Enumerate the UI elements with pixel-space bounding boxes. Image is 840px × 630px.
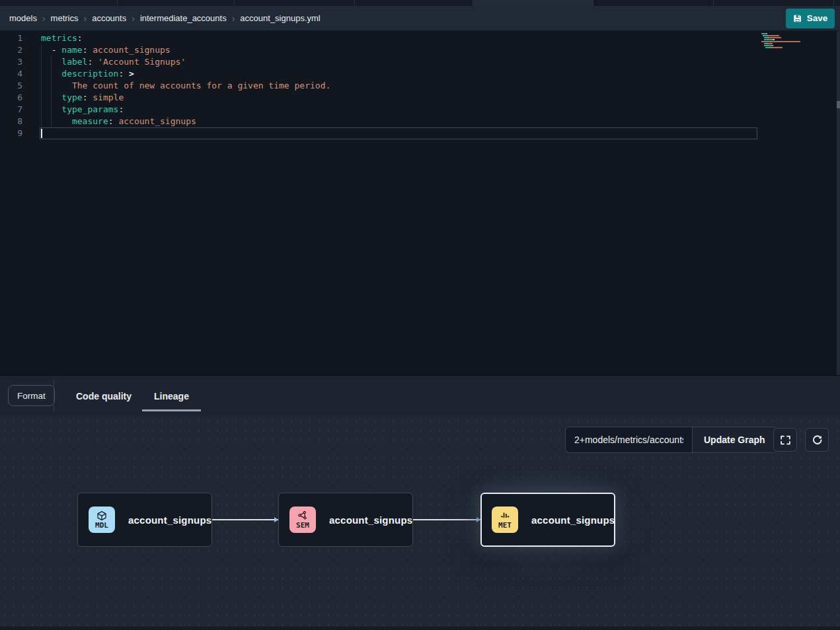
save-label: Save [807, 13, 828, 23]
badge-label: SEM [296, 522, 309, 529]
node-type-badge: SEM [289, 507, 316, 533]
lineage-node-met[interactable]: METaccount_signups [480, 493, 615, 547]
lineage-edge [212, 519, 278, 520]
minimap[interactable] [761, 33, 834, 51]
cube-icon [96, 510, 107, 521]
lineage-node-mdl[interactable]: MDLaccount_signups [77, 493, 212, 547]
breadcrumb-item[interactable]: accounts [92, 13, 126, 23]
fullscreen-button[interactable] [773, 428, 797, 452]
breadcrumb: models›metrics›accounts›intermediate_acc… [9, 13, 321, 23]
line-number: 3 [0, 56, 31, 68]
refresh-icon [812, 435, 823, 446]
semantic-graph-icon [297, 510, 308, 521]
fullscreen-icon [780, 435, 791, 446]
breadcrumb-bar: models›metrics›accounts›intermediate_acc… [0, 6, 840, 31]
tab-lineage[interactable]: Lineage [154, 376, 189, 417]
breadcrumb-item[interactable]: intermediate_accounts [140, 13, 227, 23]
divider [54, 380, 54, 412]
lineage-node-sem[interactable]: SEMaccount_signups [278, 493, 413, 547]
app-window: models›metrics›accounts›intermediate_acc… [0, 0, 840, 630]
update-graph-button[interactable]: Update Graph [692, 427, 777, 453]
line-number: 7 [0, 104, 31, 116]
chevron-right-icon: › [83, 14, 87, 23]
code-line: 2 - name: account_signups [0, 44, 330, 56]
line-number: 4 [0, 68, 31, 80]
badge-label: MET [498, 522, 512, 529]
panel-tab-bar: Format Code qualityLineage [0, 376, 840, 417]
scrollbar-thumb[interactable] [837, 101, 840, 108]
line-number: 9 [0, 127, 31, 139]
chevron-right-icon: › [232, 14, 235, 23]
node-label: account_signups [128, 514, 211, 526]
badge-label: MDL [95, 522, 108, 529]
line-number: 5 [0, 80, 31, 92]
editor-tab[interactable] [593, 0, 714, 6]
editor-tab[interactable] [0, 0, 118, 6]
code-editor[interactable]: 1metrics:2 - name: account_signups3 labe… [0, 31, 840, 375]
line-number: 8 [0, 116, 31, 127]
lineage-toolbar: Update Graph [565, 427, 777, 453]
editor-tab[interactable] [834, 0, 840, 6]
tab-code-quality[interactable]: Code quality [76, 376, 132, 417]
code-lines: 1metrics:2 - name: account_signups3 labe… [0, 32, 330, 139]
save-icon [793, 14, 802, 23]
scrollbar-track[interactable] [837, 31, 840, 375]
refresh-button[interactable] [805, 428, 829, 452]
panel-tabs: Code qualityLineage [76, 376, 189, 417]
save-button[interactable]: Save [786, 9, 835, 28]
indent-guide [51, 56, 52, 127]
line-number: 1 [0, 32, 31, 44]
node-type-badge: MDL [89, 507, 115, 533]
code-line: 8 measure: account_signups [0, 116, 330, 127]
breadcrumb-item[interactable]: metrics [51, 13, 79, 23]
editor-tab[interactable] [355, 0, 473, 6]
chevron-right-icon: › [42, 14, 46, 23]
node-type-badge: MET [492, 507, 518, 533]
line-number: 6 [0, 92, 31, 104]
editor-tab[interactable] [235, 0, 355, 6]
text-cursor [41, 129, 42, 138]
code-line: 3 label: 'Account Signups' [0, 56, 330, 68]
editor-tab[interactable] [714, 0, 834, 6]
code-line: 5 The count of new accounts for a given … [0, 80, 330, 92]
breadcrumb-item[interactable]: account_signups.yml [240, 13, 320, 23]
chevron-right-icon: › [132, 14, 135, 23]
node-label: account_signups [329, 514, 412, 526]
lineage-filter-input[interactable] [565, 427, 692, 453]
indent-guide [41, 44, 42, 127]
bottom-panel: Format Code qualityLineage MDLaccount_si… [0, 375, 840, 630]
code-line: 7 type_params: [0, 104, 330, 116]
editor-tab-active[interactable] [473, 0, 593, 6]
node-label: account_signups [531, 514, 615, 526]
lineage-canvas[interactable]: MDLaccount_signupsSEMaccount_signupsMETa… [0, 417, 840, 627]
lineage-edge [413, 519, 480, 520]
code-line: 1metrics: [0, 32, 330, 44]
line-number: 2 [0, 44, 31, 56]
format-button[interactable]: Format [8, 385, 55, 406]
metric-chart-icon [500, 510, 510, 521]
breadcrumb-item[interactable]: models [9, 13, 37, 23]
active-line-highlight [40, 127, 757, 139]
code-line: 6 type: simple [0, 92, 330, 104]
editor-tab-strip [0, 0, 840, 6]
code-line: 4 description: > [0, 68, 330, 80]
editor-tab[interactable] [118, 0, 235, 6]
